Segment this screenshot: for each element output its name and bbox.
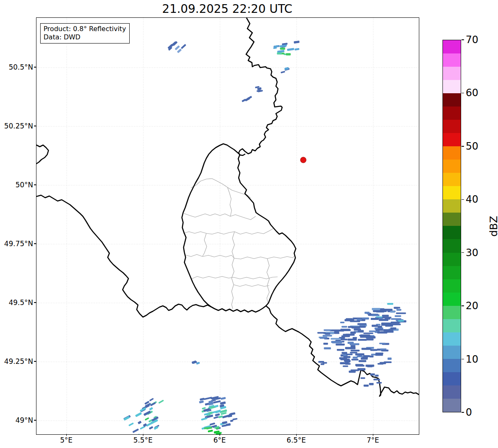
y-tick-label: 50°N xyxy=(15,181,33,189)
colorbar-segment xyxy=(443,319,461,332)
colorbar-segment xyxy=(443,80,461,93)
colorbar-segment xyxy=(443,266,461,279)
colorbar-segment xyxy=(443,346,461,359)
colorbar-segment xyxy=(443,213,461,226)
y-tick-label: 49°N xyxy=(15,416,33,424)
colorbar-tick-label: 0 xyxy=(466,407,472,418)
colorbar-segment xyxy=(443,40,461,53)
echo-cluster-south-green xyxy=(204,426,222,434)
colorbar xyxy=(442,40,461,412)
colorbar-tick-mark xyxy=(462,199,464,200)
y-tick-mark xyxy=(34,67,36,67)
echo-cluster-se-small-dashes xyxy=(360,373,382,387)
colorbar-segment xyxy=(443,306,461,319)
admin-borders-luxembourg-cantons xyxy=(183,179,295,309)
colorbar-tick-mark xyxy=(462,39,464,40)
colorbar-segment xyxy=(443,199,461,213)
colorbar-segment xyxy=(443,359,461,372)
page-title: 21.09.2025 22:20 UTC xyxy=(36,2,418,16)
y-tick-mark xyxy=(34,302,36,303)
colorbar-segment xyxy=(443,399,461,412)
colorbar-segment xyxy=(443,253,461,266)
colorbar-tick-mark xyxy=(462,252,464,253)
x-tick-label: 6°E xyxy=(213,436,226,444)
echo-cluster-se-border-dash xyxy=(318,361,327,365)
y-tick-label: 49.75°N xyxy=(4,240,33,248)
y-tick-mark xyxy=(34,420,36,420)
colorbar-tick-label: 50 xyxy=(466,140,479,152)
y-tick-mark xyxy=(34,184,36,185)
product-info-line1: Product: 0.8° Reflectivity xyxy=(44,25,126,33)
x-tick-label: 7°E xyxy=(367,436,379,444)
colorbar-segment xyxy=(443,107,461,120)
x-tick-label: 5°E xyxy=(60,436,73,444)
colorbar-segment xyxy=(443,239,461,252)
grid-lines xyxy=(36,18,419,434)
colorbar-segment xyxy=(443,120,461,133)
y-tick-label: 49.5°N xyxy=(9,298,33,307)
colorbar-segment xyxy=(443,226,461,239)
colorbar-tick-label: 70 xyxy=(466,34,479,46)
echo-cluster-sw-main xyxy=(123,403,160,434)
radar-echoes xyxy=(123,41,406,434)
echo-cluster-south-right-dashes xyxy=(222,412,237,427)
product-info-line2: Data: DWD xyxy=(44,33,126,41)
colorbar-segment xyxy=(443,385,461,399)
colorbar-unit-label: dBZ xyxy=(473,206,498,247)
y-tick-label: 49.25°N xyxy=(4,357,33,366)
colorbar-tick-mark xyxy=(462,146,464,146)
colorbar-tick-label: 30 xyxy=(466,247,479,259)
x-tick-label: 6.5°E xyxy=(287,436,306,444)
colorbar-segment xyxy=(443,186,461,199)
echo-cluster-north-blob-blue xyxy=(273,41,300,53)
radar-map-canvas xyxy=(36,18,419,434)
echo-cluster-west-dash xyxy=(191,361,200,365)
colorbar-segment xyxy=(443,53,461,67)
echo-cluster-nw-streak xyxy=(167,41,186,53)
colorbar-segment xyxy=(443,293,461,306)
colorbar-segment xyxy=(443,93,461,107)
colorbar-tick-label: 10 xyxy=(466,354,479,365)
radar-map-page: { "title": "21.09.2025 22:20 UTC", "info… xyxy=(0,0,498,448)
product-info-box: Product: 0.8° Reflectivity Data: DWD xyxy=(40,23,130,44)
colorbar-segment xyxy=(443,332,461,346)
echo-cluster-se-main xyxy=(317,303,406,351)
colorbar-tick-label: 40 xyxy=(466,194,479,205)
colorbar-segment xyxy=(443,133,461,146)
y-tick-mark xyxy=(34,126,36,126)
colorbar-tick-mark xyxy=(462,412,464,412)
y-tick-mark xyxy=(34,361,36,361)
colorbar-segment xyxy=(443,146,461,160)
echo-cluster-mid-dash-1 xyxy=(255,86,263,92)
y-tick-label: 50.5°N xyxy=(9,63,33,71)
colorbar-tick-mark xyxy=(462,305,464,306)
x-tick-label: 5.5°E xyxy=(133,436,152,444)
colorbar-segment xyxy=(443,160,461,173)
echo-cluster-mid-dash-2 xyxy=(242,96,252,102)
colorbar-tick-label: 60 xyxy=(466,87,479,99)
y-tick-label: 50.25°N xyxy=(4,122,33,130)
colorbar-tick-label: 20 xyxy=(466,300,479,312)
radar-site-marker xyxy=(300,157,306,163)
colorbar-segment xyxy=(443,67,461,80)
y-tick-mark xyxy=(34,243,36,244)
colorbar-tick-mark xyxy=(462,93,464,93)
colorbar-tick-mark xyxy=(462,359,464,359)
colorbar-segment xyxy=(443,173,461,186)
echo-cluster-north-dash xyxy=(280,67,290,74)
map-plot-area xyxy=(36,17,419,435)
colorbar-segment xyxy=(443,372,461,385)
colorbar-segment xyxy=(443,279,461,293)
